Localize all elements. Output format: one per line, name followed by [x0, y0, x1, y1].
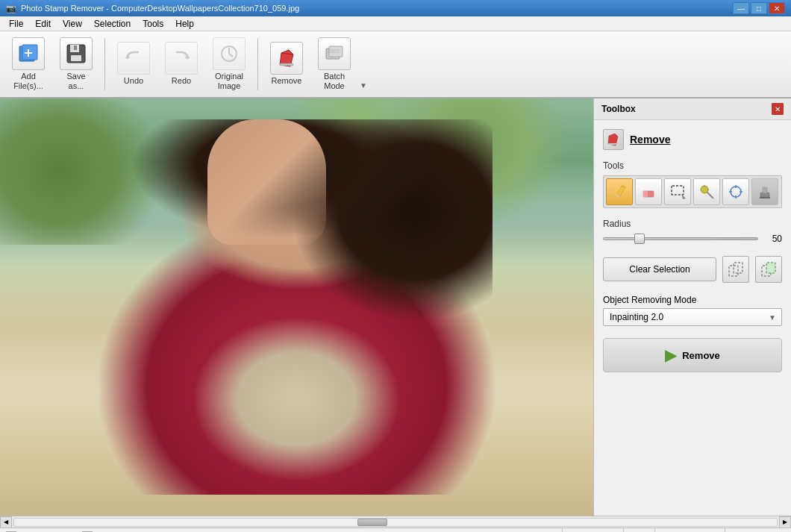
minimize-button[interactable]: — — [733, 2, 749, 14]
toolbar-undo[interactable]: Undo — [111, 39, 156, 89]
status-dimensions: 1920x1200x24 — [654, 528, 724, 532]
tool-target[interactable] — [722, 178, 749, 205]
save-label: Saveas... — [66, 72, 85, 91]
mode-section: Object Removing Mode Inpainting 2.0 Inpa… — [603, 295, 782, 326]
maximize-button[interactable]: □ — [751, 2, 767, 14]
toolbar-remove[interactable]: Remove — [264, 39, 309, 89]
remove-action-button[interactable]: ▶ Remove — [603, 338, 782, 372]
redo-label: Redo — [172, 76, 191, 86]
radius-value: 50 — [764, 234, 782, 244]
svg-rect-15 — [280, 63, 293, 66]
menu-edit[interactable]: Edit — [29, 17, 57, 31]
menu-view[interactable]: View — [57, 17, 88, 31]
tools-label: Tools — [603, 160, 782, 171]
svg-point-34 — [731, 187, 741, 197]
toolbar-more[interactable]: ▼ — [360, 81, 367, 90]
svg-line-12 — [229, 54, 233, 57]
title-bar-title: Photo Stamp Remover - ComputerDesktopWal… — [21, 4, 733, 13]
title-bar-icon: 📷 — [6, 4, 16, 13]
radius-label: Radius — [603, 219, 782, 229]
svg-rect-42 — [729, 266, 738, 276]
toolbar-add-files[interactable]: AddFile(s)... — [6, 34, 51, 94]
toolbox-close-button[interactable]: ✕ — [772, 103, 784, 115]
svg-rect-26 — [643, 191, 648, 197]
status-bar: − + Time (s): 0.2 JPG 1920x1200x24 gfxtr… — [0, 528, 791, 532]
svg-rect-21 — [608, 143, 618, 145]
menu-selection[interactable]: Selection — [88, 17, 137, 31]
original-label: OriginalImage — [215, 72, 243, 91]
toolbar-sep-1 — [104, 38, 105, 90]
status-watermark: gfxtra.com — [725, 528, 785, 532]
svg-line-29 — [707, 192, 713, 198]
paste-icon-button[interactable] — [755, 256, 782, 283]
radius-row: 50 — [603, 234, 782, 244]
title-bar: 📷 Photo Stamp Remover - ComputerDesktopW… — [0, 0, 791, 16]
remove-icon — [270, 42, 303, 75]
toolbar: AddFile(s)... Saveas... Undo — [0, 31, 791, 98]
remove-section-icon — [603, 129, 624, 150]
tool-eraser[interactable] — [635, 178, 662, 205]
remove-label: Remove — [272, 76, 302, 86]
svg-rect-43 — [734, 263, 742, 273]
radius-section: Radius 50 — [603, 219, 782, 244]
svg-rect-41 — [760, 197, 770, 198]
toolbar-sep-2 — [257, 38, 258, 90]
toolbox-title: Toolbox — [601, 104, 636, 114]
svg-rect-40 — [763, 187, 767, 193]
svg-line-33 — [707, 187, 707, 187]
toolbar-original[interactable]: OriginalImage — [207, 34, 251, 94]
add-files-label: AddFile(s)... — [13, 72, 43, 91]
save-icon — [60, 37, 93, 70]
tool-magic-wand[interactable] — [693, 178, 720, 205]
scroll-track — [13, 518, 778, 527]
remove-section-title: Remove — [630, 134, 670, 145]
toolbox-header: Toolbox ✕ — [594, 98, 791, 120]
svg-rect-45 — [766, 263, 775, 273]
toolbox-body: Remove Tools — [594, 120, 791, 516]
tool-rect-select[interactable] — [664, 178, 691, 205]
svg-rect-7 — [74, 46, 77, 50]
toolbox-panel: Toolbox ✕ Remove Tools — [593, 98, 791, 516]
toolbar-save[interactable]: Saveas... — [54, 34, 99, 94]
menu-help[interactable]: Help — [169, 17, 200, 31]
canvas-area[interactable] — [0, 98, 593, 516]
horizontal-scrollbar: ◀ ▶ — [0, 516, 791, 528]
undo-icon — [117, 42, 150, 75]
scroll-left-button[interactable]: ◀ — [0, 516, 12, 528]
mode-select[interactable]: Inpainting 2.0 Inpainting 1.0 Content Aw… — [603, 308, 782, 326]
buttons-row: Clear Selection — [603, 256, 782, 283]
svg-rect-17 — [329, 46, 343, 57]
mode-select-wrapper: Inpainting 2.0 Inpainting 1.0 Content Aw… — [603, 308, 782, 326]
svg-rect-27 — [672, 186, 684, 195]
menu-file[interactable]: File — [3, 17, 29, 31]
mode-label: Object Removing Mode — [603, 295, 782, 305]
radius-slider[interactable] — [603, 237, 758, 240]
tool-pencil[interactable] — [606, 178, 633, 205]
scroll-thumb[interactable] — [357, 519, 387, 526]
batch-icon — [318, 37, 351, 70]
tool-stamp[interactable] — [751, 178, 778, 205]
batch-label: BatchMode — [324, 72, 345, 91]
main-area: Toolbox ✕ Remove Tools — [0, 98, 791, 516]
add-files-icon — [12, 37, 45, 70]
remove-section: Remove — [603, 129, 782, 150]
status-time: Time (s): 0.2 — [562, 528, 623, 532]
undo-label: Undo — [124, 76, 143, 86]
toolbar-batch[interactable]: BatchMode — [312, 34, 357, 94]
close-button[interactable]: ✕ — [769, 2, 785, 14]
toolbar-redo[interactable]: Redo — [159, 39, 204, 89]
clear-selection-button[interactable]: Clear Selection — [603, 257, 716, 281]
remove-action-label: Remove — [682, 350, 720, 361]
title-bar-controls: — □ ✕ — [733, 2, 785, 14]
copy-icon-button[interactable] — [722, 256, 749, 283]
status-format: JPG — [623, 528, 654, 532]
redo-icon — [165, 42, 198, 75]
scroll-right-button[interactable]: ▶ — [779, 516, 791, 528]
menu-bar: File Edit View Selection Tools Help — [0, 16, 791, 31]
menu-tools[interactable]: Tools — [137, 17, 169, 31]
remove-action-arrow-icon: ▶ — [665, 346, 676, 364]
radius-thumb[interactable] — [634, 234, 645, 244]
photo-background — [0, 98, 593, 516]
original-icon — [213, 37, 246, 70]
svg-rect-6 — [71, 55, 81, 61]
